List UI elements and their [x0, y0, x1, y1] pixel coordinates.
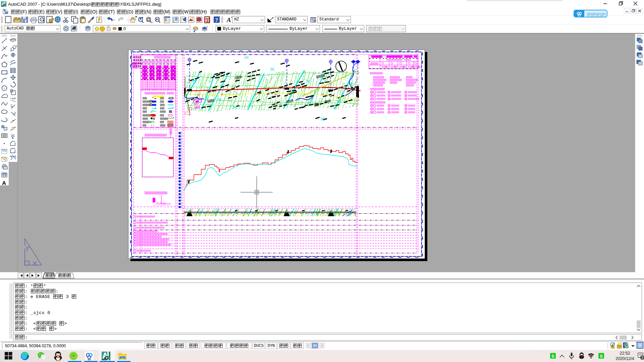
- svg-text:S: S: [551, 354, 554, 359]
- svg-text:2: 2: [641, 356, 643, 360]
- svg-text:S: S: [600, 354, 603, 359]
